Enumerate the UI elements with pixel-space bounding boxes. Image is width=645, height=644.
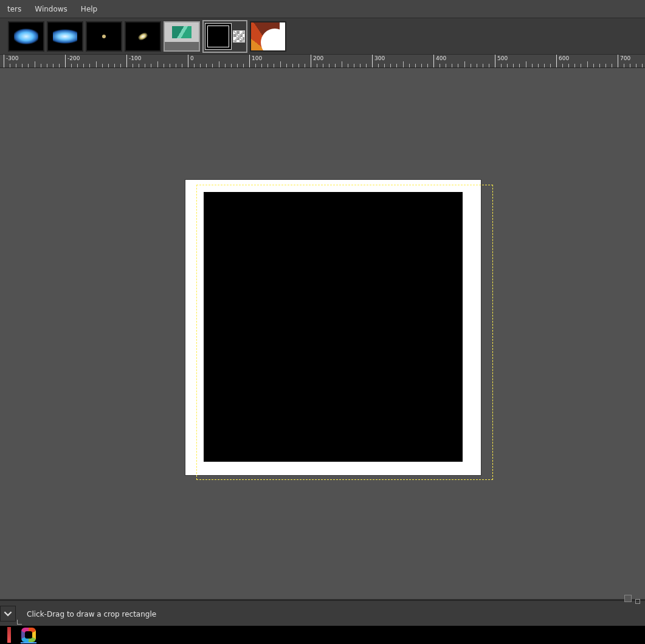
menu-help[interactable]: Help bbox=[75, 2, 103, 16]
resize-corner-icon bbox=[17, 618, 23, 625]
status-hint-text: Click-Drag to draw a crop rectangle bbox=[27, 610, 156, 618]
image-tab-7[interactable] bbox=[250, 21, 286, 52]
os-taskbar bbox=[0, 626, 645, 644]
canvas-content-black bbox=[204, 192, 463, 462]
navigation-corner-icon[interactable] bbox=[635, 599, 640, 604]
taskbar-app-1[interactable] bbox=[0, 626, 18, 643]
canvas-viewport[interactable] bbox=[0, 68, 645, 616]
image-tab-1[interactable] bbox=[8, 21, 44, 52]
image-tab-2[interactable] bbox=[47, 21, 83, 52]
status-bar: Click-Drag to draw a crop rectangle bbox=[0, 600, 645, 626]
image-tab-6[interactable] bbox=[205, 23, 232, 50]
taskbar-app-2[interactable] bbox=[19, 626, 38, 643]
image-tab-5[interactable] bbox=[164, 21, 200, 52]
horizontal-ruler[interactable]: -300-200-1000100200300400500600700 bbox=[0, 55, 645, 68]
menu-bar: ters Windows Help bbox=[0, 0, 645, 18]
layer-mask-icon[interactable] bbox=[233, 30, 245, 43]
chevron-down-icon bbox=[4, 609, 12, 618]
status-dropdown-button[interactable] bbox=[0, 606, 16, 622]
image-tab-4[interactable] bbox=[125, 21, 161, 52]
image-tab-strip bbox=[0, 18, 645, 55]
menu-filters[interactable]: ters bbox=[1, 2, 27, 16]
navigation-handle-icon[interactable] bbox=[624, 595, 632, 602]
canvas-page[interactable] bbox=[185, 180, 481, 475]
image-tab-3[interactable] bbox=[86, 21, 122, 52]
image-tab-6-group[interactable] bbox=[202, 20, 247, 53]
menu-windows[interactable]: Windows bbox=[29, 2, 74, 16]
